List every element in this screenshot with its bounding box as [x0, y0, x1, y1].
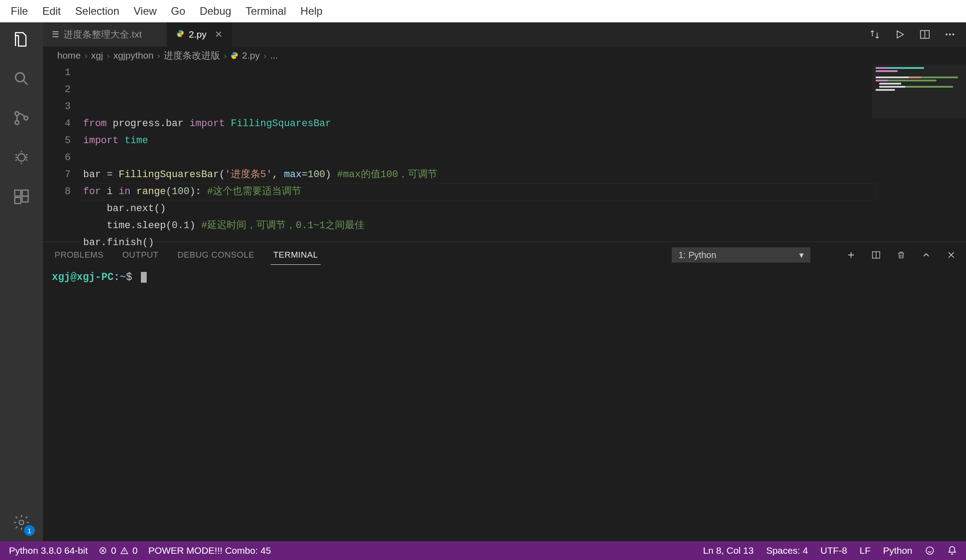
python-icon — [176, 30, 184, 40]
breadcrumb-item[interactable]: xgj — [91, 50, 103, 61]
tab-label: 2.py — [189, 29, 207, 40]
status-language[interactable]: Python — [883, 545, 912, 556]
explorer-icon[interactable] — [11, 29, 32, 50]
menu-terminal[interactable]: Terminal — [238, 5, 293, 17]
svg-rect-7 — [15, 198, 21, 204]
code-area[interactable]: from progress.bar import FillingSquaresB… — [83, 64, 966, 242]
menu-bar: File Edit Selection View Go Debug Termin… — [0, 0, 966, 22]
tab-label: 进度条整理大全.txt — [64, 28, 142, 41]
panel: PROBLEMS OUTPUT DEBUG CONSOLE TERMINAL 1… — [43, 242, 966, 541]
code-line[interactable]: time.sleep(0.1) #延迟时间，可调节，0.1~1之间最佳 — [83, 217, 966, 234]
breadcrumb-item[interactable]: 2.py — [242, 50, 260, 61]
error-icon — [98, 546, 107, 555]
notifications-icon[interactable] — [947, 546, 957, 556]
status-interpreter[interactable]: Python 3.8.0 64-bit — [9, 545, 88, 556]
svg-point-0 — [16, 73, 25, 82]
svg-rect-8 — [22, 196, 28, 202]
run-icon[interactable] — [894, 28, 906, 41]
code-line[interactable]: bar.finish() — [83, 234, 966, 251]
close-icon[interactable]: ✕ — [215, 29, 223, 40]
svg-point-13 — [952, 34, 954, 35]
terminal-prompt-path: ~ — [120, 272, 126, 283]
tab-actions — [859, 22, 966, 47]
status-cursor-position[interactable]: Ln 8, Col 13 — [703, 545, 754, 556]
chevron-right-icon: › — [157, 50, 160, 61]
code-line[interactable]: bar = FillingSquaresBar('进度条5', max=100)… — [83, 166, 966, 183]
status-indentation[interactable]: Spaces: 4 — [766, 545, 808, 556]
debug-icon[interactable] — [11, 147, 32, 168]
status-power-mode[interactable]: POWER MODE!!! Combo: 45 — [148, 545, 271, 556]
breadcrumb-item[interactable]: home — [57, 50, 81, 61]
feedback-icon[interactable] — [925, 546, 935, 556]
code-line[interactable]: bar.next() — [83, 200, 966, 217]
breadcrumb-item[interactable]: 进度条改进版 — [164, 49, 220, 62]
svg-point-1 — [15, 112, 19, 115]
code-line[interactable]: from progress.bar import FillingSquaresB… — [83, 115, 966, 132]
tab-file-1[interactable]: ☰ 进度条整理大全.txt — [43, 22, 167, 47]
minimap[interactable] — [872, 64, 966, 118]
terminal-cursor — [141, 272, 147, 283]
cursor-line-highlight — [81, 183, 877, 200]
breadcrumb-item[interactable]: ... — [270, 50, 278, 61]
breadcrumb-item[interactable]: xgjpython — [113, 50, 153, 61]
menu-edit[interactable]: Edit — [35, 5, 68, 17]
svg-point-11 — [945, 34, 947, 35]
settings-gear-icon[interactable]: 1 — [11, 512, 32, 533]
menu-file[interactable]: File — [4, 5, 35, 17]
python-icon — [230, 51, 238, 59]
split-editor-icon[interactable] — [919, 28, 931, 41]
main-area: 1 ☰ 进度条整理大全.txt 2.py ✕ — [0, 22, 966, 541]
menu-view[interactable]: View — [127, 5, 164, 17]
chevron-right-icon: › — [85, 50, 88, 61]
compare-changes-icon[interactable] — [869, 28, 881, 41]
error-count: 0 — [111, 545, 116, 556]
code-line[interactable] — [83, 149, 966, 166]
status-eol[interactable]: LF — [860, 545, 871, 556]
editor-region: ☰ 进度条整理大全.txt 2.py ✕ — [43, 22, 966, 541]
status-problems[interactable]: 0 0 — [98, 545, 137, 556]
tab-file-2[interactable]: 2.py ✕ — [167, 22, 232, 47]
terminal-body[interactable]: xgj@xgj-PC:~$ — [43, 268, 966, 541]
chevron-right-icon: › — [263, 50, 267, 61]
line-number-gutter: 12345678 — [43, 64, 83, 242]
svg-point-16 — [926, 547, 934, 555]
code-line[interactable]: import time — [83, 132, 966, 149]
terminal-prompt-dollar: $ — [126, 272, 132, 283]
svg-point-12 — [949, 34, 951, 35]
source-control-icon[interactable] — [11, 107, 32, 129]
menu-go[interactable]: Go — [164, 5, 192, 17]
terminal-prompt-user: xgj@xgj-PC — [52, 272, 114, 283]
chevron-right-icon: › — [106, 50, 110, 61]
svg-point-3 — [24, 116, 28, 120]
breadcrumb: home› xgj› xgjpython› 进度条改进版› 2.py› ... — [43, 47, 966, 64]
extensions-icon[interactable] — [11, 186, 32, 208]
activity-bar: 1 — [0, 22, 43, 541]
more-actions-icon[interactable] — [944, 28, 956, 41]
svg-rect-5 — [15, 190, 21, 196]
menu-help[interactable]: Help — [293, 5, 330, 17]
terminal-prompt-sep: : — [114, 272, 120, 283]
svg-point-9 — [19, 520, 24, 525]
editor-body[interactable]: 12345678 from progress.bar import Fillin… — [43, 64, 966, 242]
svg-rect-6 — [22, 190, 28, 196]
svg-point-4 — [18, 154, 25, 161]
menu-debug[interactable]: Debug — [192, 5, 238, 17]
menu-selection[interactable]: Selection — [68, 5, 127, 17]
svg-point-2 — [15, 121, 19, 124]
search-icon[interactable] — [11, 68, 32, 89]
list-icon: ☰ — [52, 30, 59, 39]
tab-bar: ☰ 进度条整理大全.txt 2.py ✕ — [43, 22, 966, 47]
settings-badge: 1 — [24, 525, 35, 536]
chevron-right-icon: › — [224, 50, 227, 61]
status-encoding[interactable]: UTF-8 — [821, 545, 847, 556]
warning-icon — [120, 546, 129, 555]
warning-count: 0 — [132, 545, 138, 556]
status-bar: Python 3.8.0 64-bit 0 0 POWER MODE!!! Co… — [0, 541, 966, 560]
